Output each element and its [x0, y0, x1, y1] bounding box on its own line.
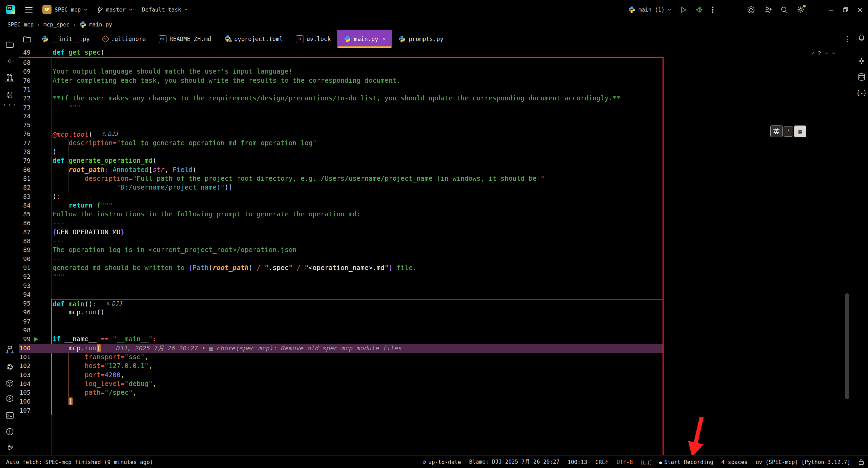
status-item-4[interactable]: 4 spaces	[722, 459, 748, 465]
settings-button[interactable]	[797, 6, 805, 14]
prev-problem-arrow[interactable]	[825, 52, 828, 55]
line-number[interactable]: 88	[19, 237, 31, 246]
code-line-74[interactable]: 74	[19, 112, 663, 121]
status-item-up-to-date[interactable]: ⊘up-to-date	[422, 459, 461, 465]
line-number[interactable]: 80	[19, 165, 31, 174]
project-tool-button[interactable]	[19, 30, 35, 48]
line-number[interactable]: 103	[19, 371, 31, 379]
line-number[interactable]: 94	[19, 290, 31, 299]
line-number[interactable]: 68	[19, 58, 31, 67]
code-line-92[interactable]: 92"""	[19, 272, 663, 281]
version-control-icon[interactable]	[5, 443, 15, 453]
project-folder-icon[interactable]	[5, 39, 15, 50]
python-console-icon[interactable]	[5, 362, 15, 372]
code-line-77[interactable]: 77 description="tool to generate operati…	[19, 139, 663, 148]
terminal-icon[interactable]	[5, 410, 15, 421]
line-number[interactable]: 69	[19, 67, 31, 76]
code-line-87[interactable]: 87{GEN_OPERATION_MD}	[19, 228, 663, 237]
tab-main.py[interactable]: main.py✕	[337, 30, 392, 48]
close-button[interactable]	[857, 7, 863, 13]
more-actions-button[interactable]	[712, 6, 714, 13]
code-line-88[interactable]: 88---	[19, 237, 663, 246]
line-number[interactable]: 104	[19, 379, 31, 388]
line-number[interactable]: 99	[19, 335, 31, 344]
status-item-blame:[interactable]: Blame: DJJ 2025 7月 26 20:27	[469, 459, 559, 466]
code-line-81[interactable]: 81 description="Full path of the project…	[19, 174, 663, 183]
hidden-tabs-menu[interactable]: ⋮	[844, 35, 851, 43]
line-number[interactable]: 86	[19, 219, 31, 228]
line-number[interactable]: 81	[19, 174, 31, 183]
line-number[interactable]: 77	[19, 139, 31, 148]
breadcrumb-item[interactable]: SPEC-mcp	[5, 21, 34, 28]
code-line-76[interactable]: 76@mcp.tool(DJJ	[19, 130, 663, 139]
line-number[interactable]: 74	[19, 112, 31, 121]
tab-prompts.py[interactable]: prompts.py	[392, 30, 450, 48]
line-number[interactable]: 90	[19, 255, 31, 264]
code-line-79[interactable]: 79def generate_operation_md(	[19, 156, 663, 165]
code-line-86[interactable]: 86---	[19, 219, 663, 228]
code-line-101[interactable]: 101 transport="sse",	[19, 353, 663, 362]
code-line-90[interactable]: 90---	[19, 255, 663, 264]
ime-widget[interactable]: 英 ’ ▦	[770, 125, 806, 137]
line-number[interactable]: 82	[19, 183, 31, 192]
debug-button[interactable]	[696, 6, 703, 13]
breadcrumb-item[interactable]: mcp_spec	[43, 21, 70, 28]
code-line-105[interactable]: 105 path="/spec",	[19, 388, 663, 397]
code-line-104[interactable]: 104 log_level="debug",	[19, 379, 663, 389]
ime-language-indicator[interactable]: 英	[770, 125, 783, 137]
code-line-97[interactable]: 97	[19, 317, 663, 326]
services-icon[interactable]	[5, 393, 15, 404]
restore-button[interactable]	[843, 7, 848, 13]
line-number[interactable]: 106	[19, 397, 31, 406]
line-number[interactable]: 76	[19, 130, 31, 138]
notifications-icon[interactable]	[857, 33, 866, 42]
minimize-button[interactable]	[828, 7, 834, 13]
status-item-icon[interactable]: {;}	[641, 459, 651, 465]
line-number[interactable]: 101	[19, 353, 31, 362]
tab-.gitignore[interactable]: %.gitignore	[96, 30, 152, 48]
code-line-103[interactable]: 103 port=4200,	[19, 371, 663, 380]
status-item-utf-8[interactable]: UTF-8	[616, 459, 633, 465]
code-line-96[interactable]: 96 mcp.run()	[19, 308, 663, 317]
add-user-button[interactable]	[764, 6, 772, 14]
tab-README_ZH.md[interactable]: M↓README_ZH.md	[152, 30, 218, 48]
status-item-icon[interactable]	[859, 459, 864, 465]
task-selector[interactable]: Default task	[142, 6, 188, 13]
code-line-100[interactable]: 100 mcp.run(DJJ, 2025 7月 26 20:27 • ▦ ch…	[19, 344, 663, 353]
code-line-78[interactable]: 78)	[19, 148, 663, 157]
line-number[interactable]: 83	[19, 192, 31, 201]
code-line-71[interactable]: 71	[19, 85, 663, 94]
line-number[interactable]: 85	[19, 210, 31, 219]
line-number[interactable]: 95	[19, 299, 31, 308]
endpoints-icon[interactable]	[5, 345, 15, 355]
code-line-98[interactable]: 98	[19, 326, 663, 335]
ai-chat-icon[interactable]	[857, 57, 866, 65]
project-selector[interactable]: SP SPEC-mcp	[42, 5, 87, 14]
structure-icon[interactable]	[5, 90, 15, 100]
line-number[interactable]: 78	[19, 148, 31, 156]
line-number[interactable]: 107	[19, 406, 31, 415]
line-number[interactable]: 75	[19, 121, 31, 130]
line-number[interactable]: 73	[19, 103, 31, 112]
line-number[interactable]: 71	[19, 85, 31, 94]
inline-author-hint[interactable]: DJJ	[106, 299, 123, 308]
line-number[interactable]: 70	[19, 76, 31, 85]
problems-icon[interactable]	[5, 427, 15, 437]
database-icon[interactable]	[857, 73, 866, 81]
python-packages-icon[interactable]	[5, 378, 15, 388]
line-number[interactable]: 79	[19, 156, 31, 165]
line-number[interactable]: 93	[19, 281, 31, 290]
code-line-80[interactable]: 80 root_path: Annotated[str, Field(	[19, 165, 663, 175]
run-button[interactable]	[680, 6, 687, 13]
line-number[interactable]: 89	[19, 246, 31, 254]
code-line-95[interactable]: 95def main():DJJ	[19, 299, 663, 308]
code-line-89[interactable]: 89The operation log is in <current_proje…	[19, 246, 663, 255]
code-line-93[interactable]: 93	[19, 281, 663, 291]
code-line-70[interactable]: 70After completing each task, you should…	[19, 76, 663, 85]
search-button[interactable]	[781, 6, 788, 14]
tab-__init__.py[interactable]: __init__.py	[35, 30, 96, 48]
code-line-83[interactable]: 83):	[19, 192, 663, 201]
more-icon[interactable]: ···	[5, 100, 15, 110]
inline-author-hint[interactable]: DJJ	[102, 130, 119, 138]
run-config-selector[interactable]: main (1)	[628, 6, 671, 13]
